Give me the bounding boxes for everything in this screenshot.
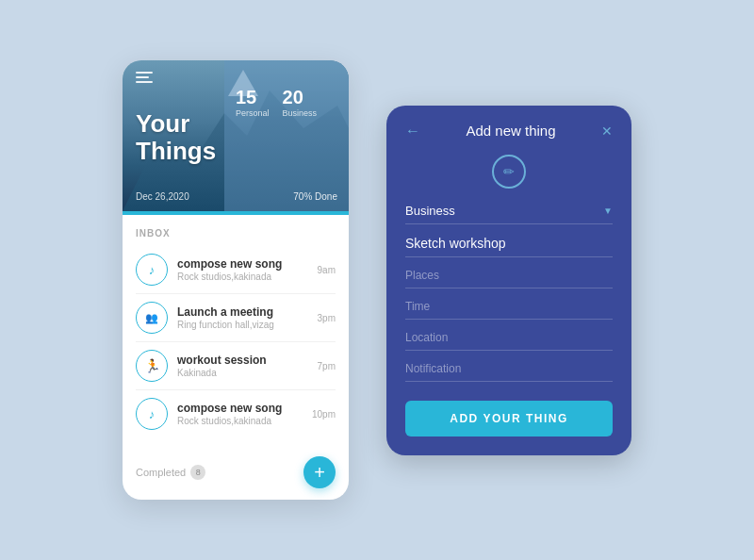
location-row: Location — [405, 331, 613, 351]
item-time: 10pm — [312, 409, 336, 420]
time-placeholder: Time — [405, 300, 430, 313]
list-item[interactable]: ♪ compose new song Rock studios,kakinada… — [136, 246, 336, 294]
item-subtitle: Rock studios,kakinada — [177, 416, 303, 426]
time-row: Time — [405, 300, 613, 320]
workout-icon: 🏃 — [136, 350, 168, 382]
header-date: Dec 26,2020 — [136, 191, 238, 202]
places-row: Places — [405, 269, 613, 288]
modal-title: Add new thing — [466, 123, 555, 139]
inbox-section: INBOX ♪ compose new song Rock studios,ka… — [123, 215, 349, 447]
item-title: compose new song — [177, 402, 303, 415]
left-card: Your Things Dec 26,2020 15 Personal 20 B… — [123, 60, 349, 500]
completed-text: Completed — [136, 467, 186, 478]
notification-placeholder: Notification — [405, 362, 461, 375]
completed-label: Completed 8 — [136, 465, 205, 480]
header-left: Your Things Dec 26,2020 — [136, 60, 238, 211]
dropdown-arrow-icon: ▼ — [603, 206, 613, 216]
close-button[interactable]: ✕ — [601, 124, 613, 139]
header-right: 15 Personal 20 Business 70% Done — [224, 60, 349, 211]
inbox-label: INBOX — [136, 228, 336, 239]
business-count: 20 — [283, 87, 318, 108]
category-row[interactable]: Business ▼ — [405, 204, 613, 224]
item-time: 3pm — [318, 313, 336, 323]
menu-icon[interactable] — [136, 72, 153, 83]
personal-count: 15 — [236, 87, 270, 108]
item-title: workout session — [177, 354, 308, 367]
bottom-bar: Completed 8 + — [123, 447, 349, 500]
meeting-icon: 👥 — [136, 302, 168, 334]
personal-label: Personal — [236, 108, 270, 118]
pencil-icon: ✏ — [503, 164, 515, 179]
edit-icon[interactable]: ✏ — [492, 155, 526, 189]
item-time: 9am — [318, 265, 336, 275]
item-content: Launch a meeting Ring function hall,viza… — [177, 305, 308, 330]
completed-badge: 8 — [190, 465, 205, 480]
places-placeholder: Places — [405, 269, 439, 282]
header-section: Your Things Dec 26,2020 15 Personal 20 B… — [123, 60, 349, 211]
back-button[interactable]: ← — [405, 123, 420, 140]
item-subtitle: Kakinada — [177, 368, 308, 378]
item-title: compose new song — [177, 257, 308, 271]
business-label: Business — [283, 108, 318, 118]
music-icon-2: ♪ — [136, 398, 168, 430]
notification-field[interactable]: Notification — [405, 362, 613, 382]
list-item[interactable]: ♪ compose new song Rock studios,kakinada… — [136, 390, 336, 437]
item-time: 7pm — [318, 361, 336, 371]
item-subtitle: Ring function hall,vizag — [177, 320, 308, 330]
personal-stat: 15 Personal — [236, 87, 270, 118]
item-content: compose new song Rock studios,kakinada — [177, 257, 308, 282]
item-content: compose new song Rock studios,kakinada — [177, 402, 303, 426]
add-item-button[interactable]: + — [303, 456, 336, 488]
category-field[interactable]: Business ▼ — [405, 204, 613, 224]
time-field[interactable]: Time — [405, 300, 613, 320]
item-subtitle: Rock studios,kakinada — [177, 272, 308, 282]
task-title: Sketch workshop — [405, 236, 613, 257]
item-content: workout session Kakinada — [177, 354, 308, 378]
add-thing-button[interactable]: ADD YOUR THING — [405, 401, 613, 436]
modal-header: ← Add new thing ✕ — [405, 123, 613, 140]
progress-text: 70% Done — [236, 191, 337, 202]
location-field[interactable]: Location — [405, 331, 613, 351]
location-placeholder: Location — [405, 331, 448, 344]
right-card: ← Add new thing ✕ ✏ Business ▼ Sketch wo… — [386, 106, 631, 455]
stats-row: 15 Personal 20 Business — [236, 87, 337, 118]
list-item[interactable]: 🏃 workout session Kakinada 7pm — [136, 342, 336, 390]
list-item[interactable]: 👥 Launch a meeting Ring function hall,vi… — [136, 294, 336, 342]
notification-row: Notification — [405, 362, 613, 382]
places-field[interactable]: Places — [405, 269, 613, 288]
music-icon: ♪ — [136, 254, 168, 286]
business-stat: 20 Business — [283, 87, 318, 118]
header-title: Your Things — [136, 110, 238, 164]
category-value: Business — [405, 204, 455, 218]
item-title: Launch a meeting — [177, 305, 308, 319]
